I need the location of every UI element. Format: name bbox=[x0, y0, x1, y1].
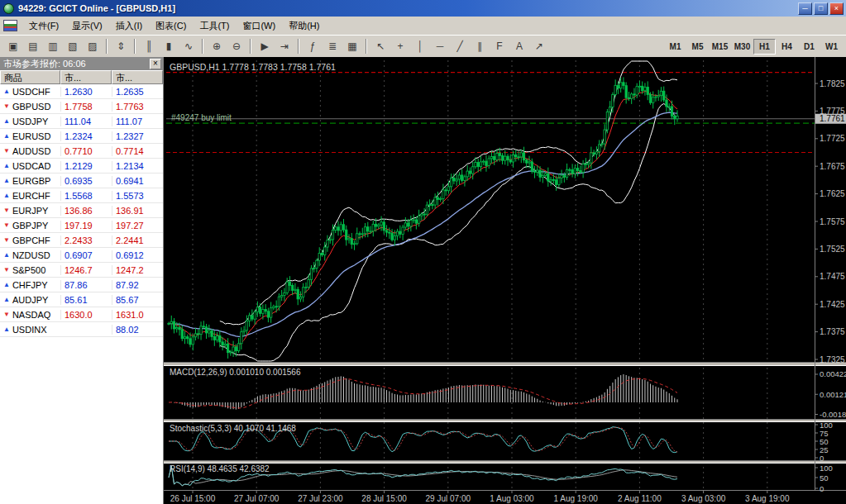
menu-help[interactable]: 帮助(H) bbox=[282, 17, 326, 35]
new-order-button[interactable]: ⇕ bbox=[112, 38, 130, 55]
restore-button[interactable]: □ bbox=[814, 2, 828, 15]
channel-button[interactable]: ∥ bbox=[471, 38, 489, 55]
menu-charts[interactable]: 图表(C) bbox=[149, 17, 193, 35]
fibonacci-button[interactable]: F bbox=[490, 38, 509, 55]
line-chart-button[interactable]: ∿ bbox=[179, 38, 198, 55]
market-watch-row[interactable]: ▲USDCAD1.21291.2134 bbox=[0, 159, 163, 174]
symbol-label: EURGBP bbox=[12, 176, 50, 186]
down-arrow-icon: ▼ bbox=[3, 311, 10, 318]
bar-chart-button[interactable]: ║ bbox=[140, 38, 158, 55]
market-watch-row[interactable]: ▲EURUSD1.23241.2327 bbox=[0, 129, 163, 144]
up-arrow-icon: ▲ bbox=[3, 178, 10, 184]
bid-value: 136.86 bbox=[60, 206, 112, 216]
price-tick: 1.7475 bbox=[820, 272, 845, 281]
market-watch-row[interactable]: ▲USDCHF1.26301.2635 bbox=[0, 84, 163, 99]
tf-h1-button[interactable]: H1 bbox=[753, 39, 776, 55]
market-watch-row[interactable]: ▲USDINX88.02 bbox=[0, 322, 163, 337]
menu-view[interactable]: 显示(V) bbox=[65, 17, 109, 35]
bid-value: 111.04 bbox=[60, 116, 112, 126]
toolbar-separator bbox=[298, 39, 299, 54]
market-watch-row[interactable]: ▲USDJPY111.04111.07 bbox=[0, 114, 163, 129]
market-watch-row[interactable]: ▲CHFJPY87.8687.92 bbox=[0, 278, 163, 292]
ask-value: 1631.0 bbox=[112, 310, 163, 320]
market-watch-row[interactable]: ▲EURCHF1.55681.5573 bbox=[0, 188, 163, 203]
cursor-button[interactable]: ↖ bbox=[371, 38, 390, 55]
price-tick: 1.7725 bbox=[820, 134, 845, 143]
candlestick-chart-button[interactable]: ▮ bbox=[160, 38, 178, 55]
market-watch-row[interactable]: ▲NZDUSD0.69070.6912 bbox=[0, 248, 163, 263]
text-label-button[interactable]: A bbox=[510, 38, 528, 55]
market-watch-row[interactable]: ▼EURJPY136.86136.91 bbox=[0, 203, 163, 218]
periods-button[interactable]: ≣ bbox=[323, 38, 342, 55]
rsi-label: RSI(14,9) 48.4635 42.6382 bbox=[170, 464, 270, 473]
macd-scale-tick: 0.00422 bbox=[820, 369, 846, 378]
market-watch-row[interactable]: ▼GBPUSD1.77581.7763 bbox=[0, 99, 163, 114]
horizontal-line-button[interactable]: ─ bbox=[431, 38, 449, 55]
indicators-button[interactable]: ƒ bbox=[304, 38, 322, 55]
symbol-label: S&P500 bbox=[12, 265, 45, 275]
chart-shift-button[interactable]: ⇥ bbox=[275, 38, 294, 55]
menu-tools[interactable]: 工具(T) bbox=[193, 17, 236, 35]
menu-file[interactable]: 文件(F) bbox=[22, 17, 65, 35]
market-watch-column-headers: 商品市...市... bbox=[0, 70, 163, 84]
chart-window-icon[interactable] bbox=[3, 20, 17, 31]
crosshair-button[interactable]: + bbox=[391, 38, 409, 55]
ask-value: 1.2635 bbox=[112, 87, 163, 97]
vertical-line-button[interactable]: │ bbox=[411, 38, 429, 55]
zoom-out-button[interactable]: ⊖ bbox=[227, 38, 246, 55]
market-watch-row[interactable]: ▲EURGBP0.69350.6941 bbox=[0, 174, 163, 188]
minimize-button[interactable]: ─ bbox=[798, 2, 812, 15]
toolbar-separator bbox=[202, 39, 203, 54]
chart-profiles-button[interactable]: ▤ bbox=[24, 38, 42, 55]
trendline-button[interactable]: ╱ bbox=[451, 38, 469, 55]
tf-h4-button[interactable]: H4 bbox=[776, 39, 798, 55]
new-chart-button[interactable]: ▣ bbox=[4, 38, 22, 55]
ask-value: 1.5573 bbox=[112, 191, 163, 201]
auto-scroll-button[interactable]: ▶ bbox=[256, 38, 274, 55]
tf-w1-button[interactable]: W1 bbox=[820, 39, 843, 55]
arrow-tools-button[interactable]: ↗ bbox=[530, 38, 548, 55]
time-tick: 27 Jul 23:00 bbox=[298, 494, 343, 503]
bid-value: 1.2630 bbox=[60, 87, 112, 97]
navigator-button[interactable]: ▧ bbox=[64, 38, 82, 55]
market-watch-row[interactable]: ▼GBPCHF2.24332.2441 bbox=[0, 233, 163, 248]
close-button[interactable]: × bbox=[829, 2, 844, 15]
market-watch-row[interactable]: ▼NASDAQ1630.01631.0 bbox=[0, 307, 163, 322]
column-header-0[interactable]: 商品 bbox=[0, 70, 60, 84]
tf-m30-button[interactable]: M30 bbox=[731, 39, 753, 55]
bid-value: 1630.0 bbox=[60, 310, 112, 320]
menu-window[interactable]: 窗口(W) bbox=[236, 17, 282, 35]
market-watch-header[interactable]: 市场参考报价: 06:06 × bbox=[0, 57, 163, 70]
macd-scale-tick: 0.00121 bbox=[820, 390, 846, 399]
down-arrow-icon: ▼ bbox=[3, 267, 10, 273]
column-header-1[interactable]: 市... bbox=[60, 70, 112, 84]
market-watch-row[interactable]: ▼S&P5001246.71247.2 bbox=[0, 263, 163, 278]
ask-value: 1.7763 bbox=[112, 102, 163, 112]
zoom-in-button[interactable]: ⊕ bbox=[208, 38, 226, 55]
bid-value: 2.2433 bbox=[60, 235, 112, 245]
down-arrow-icon: ▼ bbox=[3, 103, 10, 110]
down-arrow-icon: ▼ bbox=[3, 148, 10, 155]
market-watch-button[interactable]: ▥ bbox=[44, 38, 62, 55]
chart-area[interactable]: #49247 buy limitGBPUSD,H1 1.7778 1.7783 … bbox=[164, 57, 846, 504]
column-header-2[interactable]: 市... bbox=[112, 70, 163, 84]
bid-value: 1.7758 bbox=[60, 102, 112, 112]
tf-m15-button[interactable]: M15 bbox=[709, 39, 731, 55]
terminal-button[interactable]: ▨ bbox=[84, 38, 102, 55]
tf-m1-button[interactable]: M1 bbox=[664, 39, 686, 55]
tf-m5-button[interactable]: M5 bbox=[686, 39, 709, 55]
market-watch-row[interactable]: ▼AUDUSD0.77100.7714 bbox=[0, 144, 163, 159]
templates-button[interactable]: ▦ bbox=[343, 38, 361, 55]
price-tick: 1.7525 bbox=[820, 245, 845, 254]
symbol-label: EURUSD bbox=[12, 131, 50, 141]
market-watch-close-button[interactable]: × bbox=[150, 59, 161, 69]
market-watch-row[interactable]: ▼GBPJPY197.19197.27 bbox=[0, 218, 163, 233]
market-watch-row[interactable]: ▲AUDJPY85.6185.67 bbox=[0, 292, 163, 307]
title-bar[interactable]: 94229: GCICT Online - [GBPUSD,H1] ─□× bbox=[0, 0, 846, 17]
price-chart[interactable]: #49247 buy limitGBPUSD,H1 1.7778 1.7783 … bbox=[164, 57, 846, 504]
current-price-value: 1.7761 bbox=[820, 114, 845, 123]
ask-value: 87.92 bbox=[112, 280, 163, 290]
menu-insert[interactable]: 插入(I) bbox=[109, 17, 149, 35]
symbol-cell: ▼S&P500 bbox=[0, 265, 60, 275]
tf-d1-button[interactable]: D1 bbox=[798, 39, 820, 55]
